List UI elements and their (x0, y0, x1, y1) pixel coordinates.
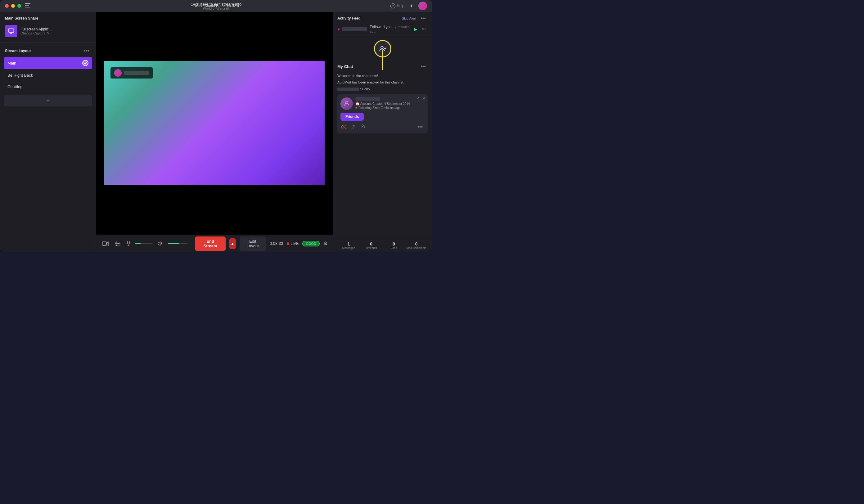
svg-rect-2 (25, 7, 31, 8)
end-stream-chevron[interactable]: ▲ (229, 238, 236, 249)
maximize-button[interactable] (17, 4, 21, 8)
sidebar-toggle-btn[interactable] (25, 3, 31, 9)
activity-feed-menu[interactable]: ••• (419, 15, 428, 22)
bottom-right-info: 0:08:33 LIVE GOOD ⚙ (270, 241, 328, 247)
chat-message-welcome: Welcome to the chat room! (337, 74, 428, 78)
stat-mod-comments-label: Mod Comments (407, 247, 427, 250)
layout-items-list: Main Be Right Back Chatting (0, 57, 96, 92)
titlebar: Twitch Studio Beta - v0.92.4 Click here … (0, 0, 432, 12)
stat-messages-num: 1 (347, 241, 350, 247)
chat-popup-avatar (340, 97, 353, 110)
sidebar: Main Screen Share Fullscreen Applic... C… (0, 12, 96, 252)
microphone-button[interactable] (125, 240, 132, 248)
pin-icon[interactable]: ✦ (409, 3, 413, 9)
activity-play-button[interactable]: ▶ (414, 26, 417, 32)
chat-username-blur (337, 87, 359, 91)
chat-menu-button[interactable]: ••• (419, 63, 428, 70)
capture-item: Fullscreen Applic... Change Capture ✎ (5, 24, 91, 38)
layout-item-be-right-back[interactable]: Be Right Back (4, 70, 92, 81)
add-mod-button[interactable] (360, 123, 366, 130)
activity-feed-item: ♥ Followed you · 7 minutes ago ▶ ••• (337, 25, 428, 34)
chat-stats: 1 Messages 0 Timeouts 0 Bans 0 Mod Comme… (333, 239, 432, 252)
stat-messages: 1 Messages (337, 241, 360, 250)
content-area: End Stream ▲ Edit Layout 0:08:33 LIVE GO… (96, 12, 333, 252)
audio-slider[interactable] (135, 243, 153, 244)
stream-settings-button[interactable]: ⚙ (323, 241, 328, 247)
stat-messages-label: Messages (342, 247, 355, 250)
stream-layout-menu-button[interactable]: ••• (82, 47, 91, 54)
live-dot (287, 242, 289, 245)
activity-feed-title: Activity Feed (337, 16, 361, 21)
add-layout-button[interactable]: + (4, 95, 92, 106)
activity-item-menu[interactable]: ••• (420, 26, 428, 32)
activity-feed: Activity Feed Skip Alert ••• ♥ Followed … (333, 12, 432, 36)
camera-button[interactable] (101, 240, 110, 247)
skip-alert-button[interactable]: Skip Alert (402, 16, 416, 20)
right-panel: Activity Feed Skip Alert ••• ♥ Followed … (333, 12, 432, 252)
stat-bans-label: Bans (391, 247, 397, 250)
svg-rect-4 (103, 242, 106, 245)
volume-button[interactable] (156, 240, 165, 247)
layout-item-chatting-label: Chatting (8, 84, 22, 89)
stat-bans: 0 Bans (383, 241, 405, 250)
svg-rect-11 (128, 241, 129, 244)
main-layout: Main Screen Share Fullscreen Applic... C… (0, 12, 432, 252)
volume-slider-fill (168, 243, 179, 244)
layout-item-main[interactable]: Main (4, 57, 92, 69)
minimize-button[interactable] (11, 4, 15, 8)
calendar-icon: 📅 (355, 102, 359, 106)
chat-popup-username-blur (355, 97, 380, 101)
close-button[interactable] (5, 4, 9, 8)
chat-user-popup: ↗ ✕ 📅 (337, 94, 428, 133)
chat-title: My Chat (337, 64, 353, 69)
chat-section: My Chat ••• Welcome to the chat room! Au… (333, 60, 432, 252)
preview-area (96, 12, 333, 235)
help-icon: ? (391, 3, 395, 8)
friends-button[interactable]: Friends (340, 113, 364, 121)
svg-point-9 (118, 243, 119, 244)
svg-point-8 (116, 241, 117, 243)
chat-popup-external-link[interactable]: ↗ (417, 96, 420, 100)
activity-item-actions: ▶ ••• (414, 26, 428, 32)
capture-info: Fullscreen Applic... Change Capture ✎ (21, 27, 52, 35)
user-avatar-button[interactable] (418, 2, 427, 10)
svg-rect-3 (9, 29, 14, 33)
chat-popup-action-buttons: 🚫 ⏱ ••• (340, 123, 424, 130)
activity-feed-actions: Skip Alert ••• (402, 15, 428, 22)
popup-more-button[interactable]: ••• (416, 123, 424, 130)
heart-small-icon: ♥ (355, 106, 357, 110)
change-capture-button[interactable]: Change Capture ✎ (21, 31, 52, 35)
edit-layout-label: Edit Layout (247, 239, 259, 248)
stat-timeouts: 0 Timeouts (360, 241, 383, 250)
help-button[interactable]: ? Help (391, 3, 404, 8)
add-layout-icon: + (46, 97, 50, 105)
preview-gradient (104, 61, 325, 185)
ban-user-button[interactable]: 🚫 (340, 124, 347, 130)
capture-section-title: Main Screen Share (5, 16, 91, 21)
volume-slider[interactable] (168, 243, 188, 244)
app-window: Twitch Studio Beta - v0.92.4 Click here … (0, 0, 432, 252)
chat-messages: Welcome to the chat room! AutoMod has be… (333, 72, 432, 239)
svg-point-18 (362, 125, 363, 126)
divider-1 (0, 42, 96, 43)
preview-username-blur (124, 71, 149, 75)
end-stream-button[interactable]: End Stream (195, 237, 225, 251)
layout-item-chatting[interactable]: Chatting (4, 81, 92, 92)
chat-popup-following-since: ♥ Following Since 7 minutes ago (355, 106, 424, 110)
stat-timeouts-num: 0 (370, 241, 372, 247)
stat-mod-comments-num: 0 (415, 241, 418, 247)
edit-layout-button[interactable]: Edit Layout (240, 237, 266, 251)
capture-section: Main Screen Share Fullscreen Applic... C… (0, 12, 96, 41)
preview-canvas (104, 61, 325, 185)
stream-info-button[interactable]: Click here to edit stream info World of … (191, 2, 242, 10)
svg-rect-0 (25, 3, 31, 4)
svg-point-10 (116, 244, 117, 246)
stat-timeouts-label: Timeouts (365, 247, 377, 250)
settings-sliders-button[interactable] (113, 240, 122, 247)
edit-stream-info-label: Click here to edit stream info (191, 2, 242, 7)
activity-feed-header: Activity Feed Skip Alert ••• (337, 15, 428, 22)
chat-popup-close-button[interactable]: ✕ (422, 96, 426, 101)
timeout-user-button[interactable]: ⏱ (351, 124, 356, 130)
add-follower-section (333, 36, 432, 60)
activity-username-blur (342, 27, 367, 31)
